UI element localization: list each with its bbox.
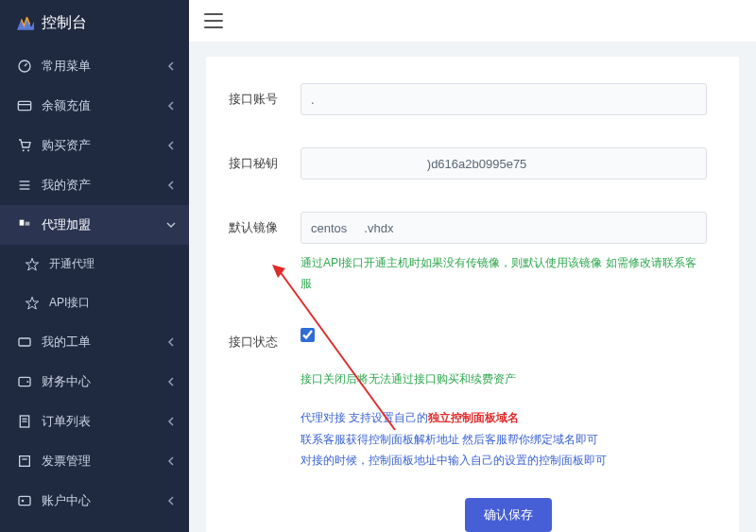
chevron-left-icon [166,417,176,426]
svg-point-12 [26,381,28,383]
star-icon [25,257,40,272]
save-button[interactable]: 确认保存 [465,498,552,532]
main: 接口账号 接口秘钥 默认镜像 通过API接口开通主机时如果没有传镜像，则 [189,0,756,532]
topbar [189,0,756,42]
chevron-left-icon [166,456,176,466]
card-icon [17,98,32,113]
star-icon [25,296,40,311]
label-image: 默认镜像 [229,212,301,236]
input-account[interactable] [301,83,707,115]
svg-point-19 [22,500,25,503]
nav-item-my-assets[interactable]: 我的资产 [0,165,189,205]
svg-rect-9 [26,222,30,226]
chevron-left-icon [166,61,176,71]
account-icon [17,493,32,508]
nav-item-buy-assets[interactable]: 购买资产 [0,126,189,165]
menu-toggle-button[interactable] [204,13,223,28]
nav-item-account[interactable]: 账户中心 [0,481,189,521]
sidebar: 控制台 常用菜单 余额充值 购买资产 我的资产 [0,0,189,532]
chevron-left-icon [166,141,176,150]
svg-rect-16 [20,456,30,467]
checkbox-status[interactable] [301,328,315,342]
brand-title: 控制台 [42,13,87,33]
ticket-icon [17,335,32,350]
chevron-left-icon [166,101,176,111]
input-image[interactable] [301,212,707,244]
nav-label: 我的工单 [42,334,91,351]
invoice-icon [17,454,32,469]
nav-item-logout[interactable]: 安全退出 [0,521,189,532]
nav-label: 我的资产 [42,177,91,194]
brand: 控制台 [0,0,189,46]
nav-label: 财务中心 [42,373,91,390]
help-status-docking: 代理对接 支持设置自己的独立控制面板域名 联系客服获得控制面板解析地址 然后客服… [301,407,707,472]
order-icon [17,414,32,429]
label-secret: 接口秘钥 [229,147,301,172]
nav-label: API接口 [49,295,90,311]
content: 接口账号 接口秘钥 默认镜像 通过API接口开通主机时如果没有传镜像，则 [189,42,756,532]
svg-rect-1 [18,101,30,110]
svg-rect-10 [19,338,30,346]
chevron-left-icon [166,180,176,190]
nav-item-open-agent[interactable]: 开通代理 [0,245,189,283]
input-secret[interactable] [301,147,707,180]
nav-item-agent[interactable]: 代理加盟 [0,205,189,245]
nav-label: 订单列表 [42,413,91,430]
svg-rect-18 [19,496,30,505]
nav-label: 发票管理 [42,453,91,470]
form-card: 接口账号 接口秘钥 默认镜像 通过API接口开通主机时如果没有传镜像，则 [206,57,739,532]
nav-item-api[interactable]: API接口 [0,283,189,322]
nav-label: 开通代理 [49,256,94,272]
users-icon [17,217,32,232]
nav-item-tickets[interactable]: 我的工单 [0,322,189,362]
label-status: 接口状态 [229,326,301,351]
nav-item-finance[interactable]: 财务中心 [0,362,189,402]
nav-label: 代理加盟 [42,216,91,233]
chevron-left-icon [166,337,176,347]
chevron-down-icon [166,220,176,230]
label-account: 接口账号 [229,83,301,108]
nav-item-orders[interactable]: 订单列表 [0,402,189,441]
list-icon [17,178,32,193]
nav-label: 常用菜单 [42,58,91,75]
cart-icon [17,138,32,153]
nav-item-common[interactable]: 常用菜单 [0,46,189,86]
nav-label: 购买资产 [42,137,91,154]
help-status-off: 接口关闭后将无法通过接口购买和续费资产 [301,369,707,390]
nav-label: 账户中心 [42,492,91,509]
chevron-left-icon [166,496,176,506]
nav-item-invoice[interactable]: 发票管理 [0,441,189,481]
help-image: 通过API接口开通主机时如果没有传镜像，则默认使用该镜像 如需修改请联系客服 [301,253,707,294]
svg-point-4 [27,149,29,151]
brand-logo-icon [17,17,34,30]
nav: 常用菜单 余额充值 购买资产 我的资产 代理加盟 [0,46,189,532]
svg-rect-8 [20,220,25,226]
dashboard-icon [17,59,32,74]
nav-label: 余额充值 [42,97,91,114]
svg-point-3 [23,149,25,151]
wallet-icon [17,374,32,389]
chevron-left-icon [166,377,176,386]
nav-item-balance[interactable]: 余额充值 [0,86,189,126]
